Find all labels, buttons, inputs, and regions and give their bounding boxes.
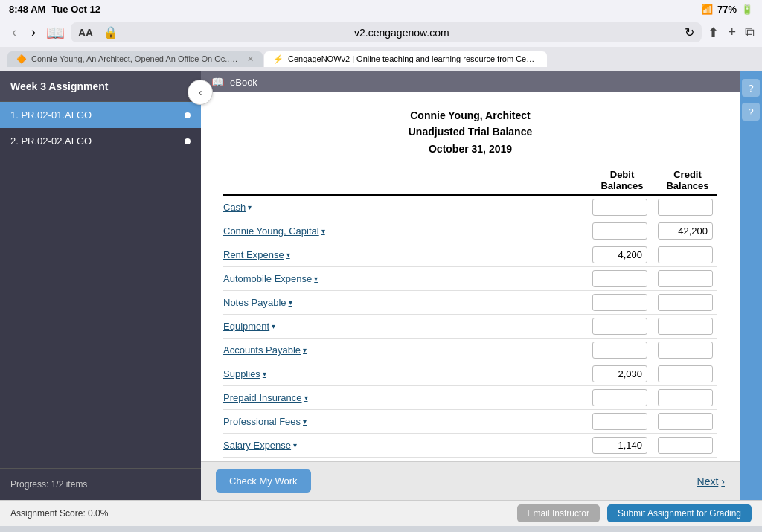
credit-input-4[interactable] bbox=[658, 294, 713, 311]
debit-input-2[interactable] bbox=[592, 246, 647, 263]
account-label-9[interactable]: Professional Fees ▾ bbox=[223, 416, 586, 427]
account-label-5[interactable]: Equipment ▾ bbox=[223, 321, 586, 332]
debit-input-7[interactable] bbox=[592, 365, 647, 382]
table-row: Equipment ▾ bbox=[223, 315, 717, 339]
status-day: Tue Oct 12 bbox=[51, 4, 100, 15]
check-work-button[interactable]: Check My Work bbox=[216, 469, 311, 493]
main-layout: Week 3 Assignment 1. PR.02-01.ALGO 2. PR… bbox=[0, 71, 762, 500]
account-label-4[interactable]: Notes Payable ▾ bbox=[223, 297, 586, 308]
tabs-button[interactable]: ⧉ bbox=[745, 25, 755, 40]
browser-actions: ⬆ + ⧉ bbox=[708, 25, 755, 41]
sidebar-item-1-label: 1. PR.02-01.ALGO bbox=[10, 109, 92, 121]
account-label-0[interactable]: Cash ▾ bbox=[223, 202, 586, 213]
debit-input-10[interactable] bbox=[592, 437, 647, 454]
tab-cengage[interactable]: ⚡ CengageNOWv2 | Online teaching and lea… bbox=[264, 51, 547, 67]
account-label-10[interactable]: Salary Expense ▾ bbox=[223, 440, 586, 451]
sidebar-item-2[interactable]: 2. PR.02-02.ALGO bbox=[0, 128, 201, 154]
dropdown-arrow-5: ▾ bbox=[272, 322, 275, 330]
url-bar[interactable]: AA 🔒 v2.cengagenow.com ↻ bbox=[71, 22, 702, 42]
account-label-3[interactable]: Automobile Expense ▾ bbox=[223, 273, 586, 284]
debit-cell-7 bbox=[592, 365, 652, 382]
lock-icon: 🔒 bbox=[103, 25, 118, 39]
dropdown-arrow-8: ▾ bbox=[304, 394, 308, 402]
email-instructor-button[interactable]: Email Instructor bbox=[517, 504, 600, 522]
sidebar-item-1[interactable]: 1. PR.02-01.ALGO bbox=[0, 102, 201, 128]
account-label-2[interactable]: Rent Expense ▾ bbox=[223, 249, 586, 260]
debit-input-8[interactable] bbox=[592, 389, 647, 406]
title-line3: October 31, 2019 bbox=[223, 141, 717, 157]
title-line1: Connie Young, Architect bbox=[223, 107, 717, 124]
help-button-1[interactable]: ? bbox=[742, 79, 760, 97]
new-tab-button[interactable]: + bbox=[728, 25, 736, 40]
credit-input-5[interactable] bbox=[658, 318, 713, 335]
dropdown-arrow-6: ▾ bbox=[303, 346, 307, 354]
text-size-control[interactable]: AA bbox=[78, 27, 93, 39]
debit-input-9[interactable] bbox=[592, 413, 647, 430]
progress-text: Progress: 1/2 items bbox=[10, 479, 87, 490]
account-label-1[interactable]: Connie Young, Capital ▾ bbox=[223, 225, 586, 237]
table-row: Cash ▾ bbox=[223, 196, 717, 219]
dropdown-arrow-1: ▾ bbox=[321, 227, 325, 235]
sidebar-progress: Progress: 1/2 items bbox=[0, 468, 201, 500]
table-row: Professional Fees ▾ bbox=[223, 410, 717, 434]
debit-input-4[interactable] bbox=[592, 294, 647, 311]
tab-chegg[interactable]: 🔶 Connie Young, An Architect, Opened An … bbox=[7, 51, 263, 67]
credit-input-2[interactable] bbox=[658, 246, 713, 263]
forward-button[interactable]: › bbox=[27, 23, 40, 42]
battery-level: 77% bbox=[717, 4, 737, 15]
tab-favicon-chegg: 🔶 bbox=[16, 54, 27, 64]
credit-cell-3 bbox=[658, 270, 717, 287]
url-display[interactable]: v2.cengagenow.com bbox=[123, 27, 680, 39]
debit-cell-0 bbox=[592, 199, 652, 216]
submit-assignment-button[interactable]: Submit Assignment for Grading bbox=[607, 504, 752, 522]
account-label-6[interactable]: Accounts Payable ▾ bbox=[223, 344, 586, 356]
assignment-score: Assignment Score: 0.0% bbox=[10, 508, 108, 519]
credit-input-1[interactable] bbox=[658, 222, 713, 240]
account-label-7[interactable]: Supplies ▾ bbox=[223, 368, 586, 379]
tab-close-chegg[interactable]: ✕ bbox=[247, 54, 254, 64]
dropdown-arrow-9: ▾ bbox=[303, 417, 307, 426]
help-button-2[interactable]: ? bbox=[742, 103, 760, 121]
bottom-bar: Check My Work Next › bbox=[201, 461, 740, 500]
debit-cell-1 bbox=[592, 222, 652, 240]
credit-input-3[interactable] bbox=[658, 270, 713, 287]
reload-icon[interactable]: ↻ bbox=[685, 25, 694, 39]
credit-input-6[interactable] bbox=[658, 342, 713, 359]
credit-input-10[interactable] bbox=[658, 437, 713, 454]
share-button[interactable]: ⬆ bbox=[708, 25, 719, 41]
sidebar-item-1-dot bbox=[185, 112, 190, 118]
table-row: Notes Payable ▾ bbox=[223, 291, 717, 315]
sidebar-collapse-button[interactable]: ‹ bbox=[188, 80, 213, 105]
debit-cell-6 bbox=[592, 342, 652, 359]
debit-input-3[interactable] bbox=[592, 270, 647, 287]
next-label: Next bbox=[697, 475, 719, 487]
debit-input-5[interactable] bbox=[592, 318, 647, 335]
credit-input-0[interactable] bbox=[658, 199, 713, 216]
ebook-label: eBook bbox=[230, 77, 257, 88]
trial-balance-rows: Cash ▾Connie Young, Capital ▾Rent Expens… bbox=[223, 196, 717, 461]
sidebar-item-2-label: 2. PR.02-02.ALGO bbox=[10, 135, 92, 147]
table-headers: Debit Balances Credit Balances bbox=[223, 169, 717, 196]
credit-input-9[interactable] bbox=[658, 413, 713, 430]
credit-input-8[interactable] bbox=[658, 389, 713, 406]
dropdown-arrow-0: ▾ bbox=[248, 203, 252, 211]
dropdown-arrow-4: ▾ bbox=[289, 298, 292, 307]
debit-input-6[interactable] bbox=[592, 342, 647, 359]
dropdown-arrow-10: ▾ bbox=[293, 441, 297, 449]
credit-cell-5 bbox=[658, 318, 717, 335]
status-bar: 8:48 AM Tue Oct 12 📶 77% 🔋 bbox=[0, 0, 762, 18]
debit-sub-label: Balances bbox=[592, 180, 652, 191]
footer-bar: Assignment Score: 0.0% Email Instructor … bbox=[0, 500, 762, 526]
bookmarks-icon[interactable]: 📖 bbox=[46, 24, 65, 42]
dropdown-arrow-3: ▾ bbox=[314, 275, 318, 283]
form-container: Connie Young, Architect Unadjusted Trial… bbox=[201, 92, 740, 461]
credit-input-7[interactable] bbox=[658, 365, 713, 382]
account-label-8[interactable]: Prepaid Insurance ▾ bbox=[223, 392, 586, 403]
next-button[interactable]: Next › bbox=[697, 475, 725, 487]
back-button[interactable]: ‹ bbox=[7, 23, 21, 42]
debit-cell-4 bbox=[592, 294, 652, 311]
tab-favicon-cengage: ⚡ bbox=[273, 54, 284, 64]
debit-input-1[interactable] bbox=[592, 222, 647, 240]
debit-input-0[interactable] bbox=[592, 199, 647, 216]
debit-cell-8 bbox=[592, 389, 652, 406]
